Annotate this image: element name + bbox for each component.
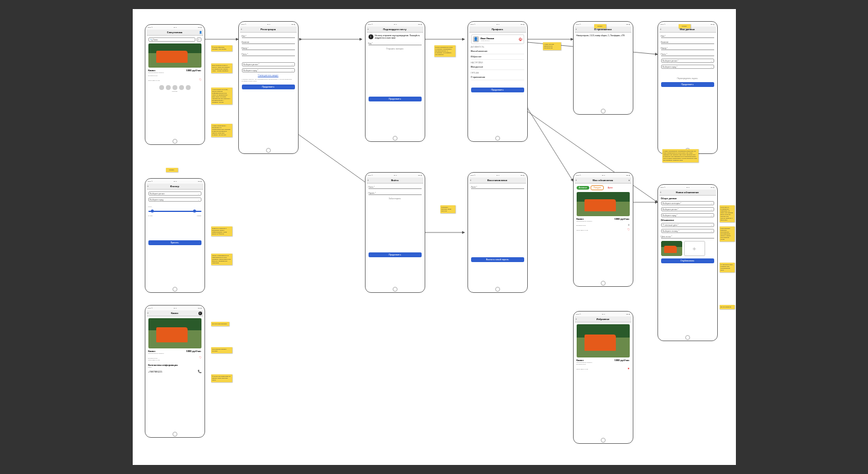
continue-button[interactable]: Продолжить: [242, 85, 295, 89]
back-icon[interactable]: ‹: [576, 28, 577, 31]
logout-icon[interactable]: ⏻: [519, 37, 522, 41]
add-image-button[interactable]: ＋: [684, 241, 705, 256]
publish-button[interactable]: Опубликовать: [661, 258, 714, 263]
code-field[interactable]: Код *: [369, 42, 422, 45]
apply-button[interactable]: Принять: [148, 240, 201, 245]
heart-icon[interactable]: ♥: [628, 367, 630, 370]
continue-button[interactable]: Продолжить: [369, 252, 422, 257]
avatar: 👤: [473, 36, 479, 42]
password-field[interactable]: Пароль *: [369, 191, 422, 195]
screen-profile: Carrier ᯤ09:41100% ▮ Профиль 👤Иван Ивано…: [467, 21, 528, 142]
sticky-note: Функция фильтра оставить для профи: [211, 45, 232, 51]
svg-line-7: [528, 109, 573, 181]
sticky-note: Кнопка 'продолжить' переводит на /author…: [211, 124, 232, 137]
sticky-note: Ссылка пользователь: [211, 322, 229, 326]
send-password-button[interactable]: Выслать новый пароль: [471, 257, 524, 262]
filter-button[interactable]: ☰: [197, 37, 201, 42]
add-icon[interactable]: ＋: [628, 179, 630, 182]
wireframe-board: Carrier ᯤ09:41100% ▮ Спецтехника👤 🔍 Поис…: [133, 9, 736, 465]
sticky-note: Штамп: [594, 24, 606, 28]
screen-new-listing: Carrier ᯤ09:41100% ▮ ‹Новое объявление О…: [657, 184, 718, 341]
back-icon[interactable]: ‹: [470, 179, 471, 182]
sticky-note: Список и название и позволяет просто отф…: [211, 226, 232, 236]
login-field[interactable]: Логин *: [471, 185, 524, 189]
screen-confirm-email: Carrier ᯤ09:41100% ▮ ‹Подтвердите почту …: [365, 21, 425, 142]
email-field[interactable]: Почта *: [369, 185, 422, 189]
sticky-note: Штамп: [679, 24, 691, 28]
heart-icon[interactable]: ♡: [199, 356, 201, 359]
heart-icon[interactable]: ♡: [627, 228, 630, 231]
sticky-note: Кнопка 'Выйти' завершит из авторизации: [543, 42, 561, 50]
back-icon[interactable]: ‹: [368, 179, 369, 182]
profile-icon[interactable]: 👤: [199, 31, 202, 34]
continue-button[interactable]: Продолжить: [471, 88, 524, 92]
back-icon[interactable]: ‹: [241, 28, 242, 31]
have-account-link[interactable]: У меня уже есть аккаунт: [242, 74, 295, 77]
phone-field[interactable]: Номер *: [242, 46, 295, 50]
info-icon: !: [369, 34, 373, 39]
heart-icon[interactable]: ♡: [199, 78, 201, 82]
sticky-note: До 10 картинок: [720, 305, 735, 309]
sticky-note: Функция для переходит от экрана чтобы ве…: [211, 374, 232, 382]
chip-waiting[interactable]: Ожидает: [591, 185, 604, 190]
reset-password-link[interactable]: Переопределить пароль: [661, 77, 714, 80]
back-icon[interactable]: ‹: [576, 318, 577, 321]
listing-image[interactable]: [577, 324, 630, 357]
back-icon[interactable]: ‹: [148, 185, 148, 188]
sticky-note: Отправка отсылки через секунды: [440, 205, 455, 213]
sticky-note: Кнопка 'Продолжить' производит сверение,…: [662, 149, 699, 162]
screen-my-data: Carrier ᯤ09:41100% ▮ ‹Мои данные Имя * Ф…: [657, 21, 718, 154]
sticky-note: О чем ваше дело, Портрет-вид, Отображени…: [720, 263, 735, 272]
forgot-link[interactable]: Забыл пароль: [369, 197, 422, 200]
sticky-note: Пользователь взглядит объявления: Опубли…: [720, 226, 735, 242]
listing-image[interactable]: [577, 192, 630, 216]
favorites-item[interactable]: Избранное: [471, 54, 524, 60]
resend-link[interactable]: Отправить повторно: [369, 48, 422, 50]
listing-image[interactable]: [148, 43, 201, 68]
search-input[interactable]: 🔍 Поиск: [148, 37, 195, 42]
uploaded-image[interactable]: [661, 241, 682, 256]
chip-archive[interactable]: Архив: [605, 186, 615, 190]
price-slider[interactable]: [148, 210, 201, 213]
sticky-note: Штамп: [166, 168, 178, 172]
screen-feed: Carrier ᯤ09:41100% ▮ Спецтехника👤 🔍 Поис…: [145, 24, 205, 145]
name-field[interactable]: Имя *: [242, 34, 295, 38]
listing-image: [148, 318, 201, 348]
email-field[interactable]: Почта *: [242, 53, 295, 56]
screen-recover: Carrier ᯤ09:41100% ▮ ‹Восстановление Лог…: [467, 172, 528, 293]
screen-about: Carrier ᯤ09:41100% ▮ ‹О приложении Номер…: [573, 21, 633, 115]
screen-login: Carrier ᯤ09:41100% ▮ ‹Войти Почта * Паро…: [365, 172, 425, 293]
screen-filter: Carrier ᯤ09:41100% ▮ ‹Фильтр Выберите ре…: [145, 178, 205, 293]
chip-active[interactable]: Активные: [577, 186, 589, 190]
back-icon[interactable]: ‹: [368, 28, 369, 31]
my-listings-item[interactable]: Мои объявления: [471, 49, 524, 54]
about-item[interactable]: О приложении: [471, 75, 524, 80]
sticky-note: Объявление премия техники: [211, 347, 232, 353]
my-data-item[interactable]: Мои данные: [471, 65, 524, 70]
continue-button[interactable]: Продолжить: [369, 97, 422, 101]
sticky-note: После отправления кода на сервер: дожида…: [434, 45, 455, 57]
sticky-note: Также в зависимости от категории могут б…: [211, 254, 232, 265]
screen-detail: Carrier ᯤ09:41100% ▮ ‹Камазi Камаз1000 р…: [145, 305, 205, 438]
page-title: Спецтехника: [167, 31, 182, 34]
surname-field[interactable]: Фамилия: [242, 40, 295, 44]
screen-favorites: Carrier ᯤ09:41100% ▮ ‹Избранное Камаз100…: [573, 311, 633, 444]
continue-button[interactable]: Продолжить: [661, 82, 714, 87]
back-icon[interactable]: ‹: [661, 191, 661, 194]
menu-icon[interactable]: ≡: [628, 223, 629, 226]
info-icon[interactable]: i: [198, 312, 202, 315]
back-icon[interactable]: ‹: [661, 28, 661, 31]
back-icon[interactable]: ‹: [576, 179, 577, 182]
phone-icon[interactable]: 📞: [198, 370, 201, 373]
screen-my-listings: Carrier ᯤ09:41100% ▮ ‹Мои объявления＋ Ак…: [573, 172, 633, 287]
screen-registration: Carrier ᯤ09:41100% ▮ ‹Регистрация Имя * …: [238, 21, 299, 154]
sticky-note: Много текста не будет, только главная ин…: [211, 88, 232, 104]
city-select[interactable]: Выберите город *⌄: [242, 68, 295, 72]
back-icon[interactable]: ‹: [148, 312, 148, 315]
region-select[interactable]: Выберите регион *⌄: [242, 62, 295, 66]
sticky-note: Изначально выбирается категория, от этог…: [720, 205, 735, 222]
sticky-note: Большинство входных данных (включая реги…: [211, 63, 232, 73]
